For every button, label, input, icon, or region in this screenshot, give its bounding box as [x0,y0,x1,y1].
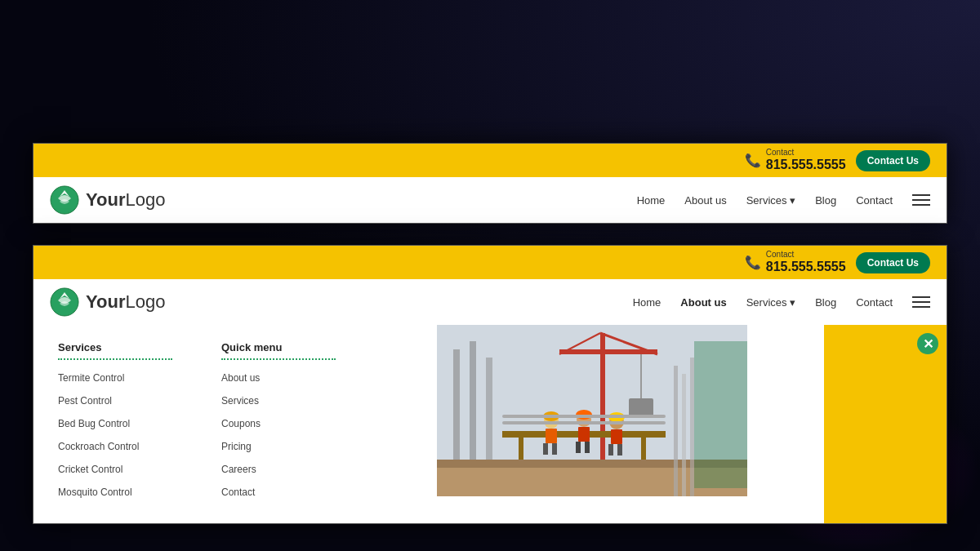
dropdown-panel: Services Termite Control Pest Control Be… [33,325,947,523]
list-item[interactable]: Cockroach Control [58,438,172,453]
svg-rect-26 [611,429,622,444]
svg-rect-35 [682,374,686,496]
top-bar-2: 📞 Contact 815.555.5555 Contact Us [33,246,947,279]
logo-1: YourLogo [50,185,165,215]
list-item[interactable]: Coupons [221,415,336,430]
nav-about-2[interactable]: About us [680,295,726,309]
list-item[interactable]: Pricing [221,438,336,453]
list-item[interactable]: Mosquito Control [58,484,172,499]
svg-rect-30 [502,415,666,418]
services-heading: Services [58,341,172,353]
logo-bold-2: Your [86,291,125,312]
contact-info-2: 📞 Contact 815.555.5555 [745,251,846,274]
quickmenu-divider [221,358,336,360]
nav-blog-1[interactable]: Blog [815,193,836,207]
nav-links-1: Home About us Services ▾ Blog Contact [637,193,930,207]
svg-rect-11 [629,398,653,416]
list-item[interactable]: Pest Control [58,393,172,407]
svg-rect-23 [585,442,590,453]
services-divider [58,358,172,360]
list-item[interactable]: Cricket Control [58,461,172,476]
nav-services-1[interactable]: Services ▾ [746,194,795,207]
services-column: Services Termite Control Pest Control Be… [33,325,197,523]
svg-rect-34 [674,366,678,496]
nav-contact-1[interactable]: Contact [856,193,893,207]
site-instance-1: 📞 Contact 815.555.5555 Contact Us YourLo… [33,143,947,224]
logo-2: YourLogo [50,287,165,317]
dropdown-image [360,325,824,523]
dropdown-yellow-area: ✕ [824,325,947,523]
logo-text-2: YourLogo [86,291,165,313]
hamburger-line-3 [912,204,930,206]
svg-rect-28 [617,444,622,455]
nav-services-2[interactable]: Services ▾ [746,296,795,309]
svg-rect-37 [694,341,747,488]
hamburger-line-2 [912,199,930,201]
quickmenu-heading: Quick menu [221,341,336,353]
list-item[interactable]: Careers [221,461,336,476]
close-dropdown-button[interactable]: ✕ [917,333,938,354]
list-item[interactable]: Services [221,393,336,407]
phone-block-1: Contact 815.555.5555 [766,149,846,172]
logo-text-1: YourLogo [86,189,165,211]
logo-bold-1: Your [86,189,125,210]
top-bar-1: 📞 Contact 815.555.5555 Contact Us [33,144,947,177]
logo-light-2: Logo [125,291,165,312]
contact-label-1: Contact [766,149,846,157]
svg-rect-17 [543,443,548,455]
svg-rect-16 [546,429,557,443]
nav-about-1[interactable]: About us [684,193,726,207]
services-list: Termite Control Pest Control Bed Bug Con… [58,370,172,499]
svg-rect-36 [690,358,694,496]
svg-rect-31 [502,421,666,424]
hamburger-line-4 [912,296,930,298]
phone-number-1: 815.555.5555 [766,158,846,171]
contact-us-button-2[interactable]: Contact Us [856,252,930,273]
phone-icon-2: 📞 [745,255,761,270]
nav-blog-2[interactable]: Blog [815,295,836,309]
phone-block-2: Contact 815.555.5555 [766,251,846,274]
contact-label-2: Contact [766,251,846,259]
logo-light-1: Logo [125,189,165,210]
hamburger-line-1 [912,194,930,196]
svg-rect-22 [576,442,581,453]
nav-links-2: Home About us Services ▾ Blog Contact [633,295,930,309]
nav-home-2[interactable]: Home [633,295,662,309]
list-item[interactable]: Contact [221,484,336,499]
quickmenu-column: Quick menu About us Services Coupons Pri… [197,325,360,523]
svg-rect-27 [608,444,613,455]
hamburger-line-5 [912,301,930,303]
logo-icon-2 [50,287,79,317]
phone-icon-1: 📞 [745,153,761,168]
main-nav-1: YourLogo Home About us Services ▾ Blog C… [33,177,947,223]
hamburger-1[interactable] [912,194,930,206]
list-item[interactable]: About us [221,370,336,384]
logo-icon-1 [50,185,79,215]
nav-home-1[interactable]: Home [637,193,666,207]
phone-number-2: 815.555.5555 [766,260,846,273]
svg-rect-18 [552,443,557,455]
hamburger-2[interactable] [912,296,930,308]
list-item[interactable]: Bed Bug Control [58,415,172,430]
svg-rect-21 [578,427,590,442]
list-item[interactable]: Termite Control [58,370,172,384]
site-instance-2: 📞 Contact 815.555.5555 Contact Us YourLo… [33,245,947,524]
construction-scene-svg [360,325,824,496]
hamburger-line-6 [912,306,930,308]
quickmenu-list: About us Services Coupons Pricing Career… [221,370,336,499]
contact-us-button-1[interactable]: Contact Us [856,150,930,171]
nav-contact-2[interactable]: Contact [856,295,893,309]
main-nav-2: YourLogo Home About us Services ▾ Blog C… [33,279,947,325]
contact-info-1: 📞 Contact 815.555.5555 [745,149,846,172]
